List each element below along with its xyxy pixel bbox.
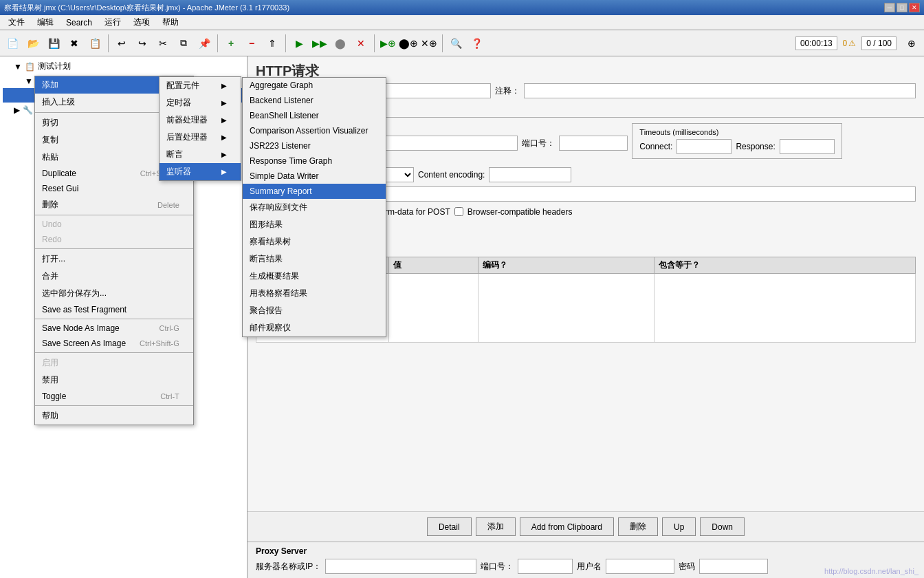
save-button[interactable]: 💾: [44, 34, 63, 53]
ctx-open[interactable]: 打开...: [35, 250, 193, 268]
sep1: [108, 34, 109, 52]
menu-options[interactable]: 选项: [128, 15, 155, 30]
ctx-reset-gui[interactable]: Reset Gui: [35, 181, 193, 196]
undo-button[interactable]: ↩: [112, 34, 131, 53]
submenu-add-preprocessor[interactable]: 前器处理器 ▶: [160, 111, 241, 129]
listener-comparison[interactable]: Comparison Assertion Visualizer: [243, 123, 386, 138]
ctx-save-node-image[interactable]: Save Node As Image Ctrl-G: [35, 321, 193, 336]
delete-button[interactable]: 删除: [618, 517, 658, 536]
menu-file[interactable]: 文件: [3, 15, 30, 30]
paste-button[interactable]: 📌: [195, 34, 214, 53]
menu-bar: 文件 编辑 Search 运行 选项 帮助: [0, 15, 924, 30]
ctx-help[interactable]: 帮助: [35, 407, 193, 425]
ctx-save-screen-image[interactable]: Save Screen As Image Ctrl+Shift-G: [35, 336, 193, 351]
menu-help[interactable]: 帮助: [157, 15, 184, 30]
saveas-button[interactable]: 📋: [85, 34, 104, 53]
menu-search[interactable]: Search: [60, 17, 98, 29]
counter-display: 0 / 100: [861, 36, 896, 50]
remote-stop-now-button[interactable]: ✕⊕: [419, 34, 439, 53]
listener-beanshell[interactable]: BeanShell Listener: [243, 108, 386, 123]
tree-item-label: 测试计划: [38, 61, 71, 72]
submenu-add-config[interactable]: 配置元件 ▶: [160, 77, 241, 94]
ctx-sep6: [35, 405, 193, 406]
ctx-merge[interactable]: 合并: [35, 268, 193, 285]
proxy-username-input[interactable]: [606, 559, 674, 574]
new-button[interactable]: 📄: [3, 34, 22, 53]
listener-aggregate-graph[interactable]: Aggregate Graph: [243, 78, 386, 93]
ctx-toggle[interactable]: Toggle Ctrl-T: [35, 389, 193, 404]
listener-summary-report[interactable]: Summary Report: [243, 184, 386, 199]
up-button[interactable]: ⇑: [263, 34, 282, 53]
close-file-button[interactable]: ✖: [65, 34, 84, 53]
help-button[interactable]: ❓: [467, 34, 486, 53]
bottom-buttons: Detail 添加 Add from Clipboard 删除 Up Down: [248, 511, 924, 542]
cut-button[interactable]: ✂: [153, 34, 173, 53]
listener-save-response[interactable]: 保存响应到文件: [243, 199, 386, 216]
remote-run-button[interactable]: ▶⊕: [378, 34, 397, 53]
submenu-add-listener[interactable]: 监听器 ▶: [160, 163, 241, 180]
port-input[interactable]: [559, 136, 628, 151]
counter-button[interactable]: ⊕: [902, 34, 921, 53]
minimize-button[interactable]: ─: [884, 3, 895, 12]
ctx-delete[interactable]: 删除 Delete: [35, 196, 193, 213]
toolbar-right: 00:00:13 0 ⚠ 0 / 100 ⊕: [795, 34, 921, 53]
ctx-sep2: [35, 215, 193, 215]
run-all-button[interactable]: ▶▶: [310, 34, 329, 53]
stop-button[interactable]: ⬤: [331, 34, 350, 53]
menu-edit[interactable]: 编辑: [32, 15, 59, 30]
ctx-disable[interactable]: 禁用: [35, 372, 193, 389]
maximize-button[interactable]: □: [896, 3, 908, 12]
expand-icon: ▼: [14, 62, 22, 72]
ctx-add-wrapper: 添加 ▶ 配置元件 ▶ 定时器 ▶ 前器处理器 ▶: [35, 76, 193, 94]
submenu-add-timer[interactable]: 定时器 ▶: [160, 94, 241, 111]
expand-icon: ▼: [25, 76, 33, 86]
connect-input[interactable]: [676, 139, 732, 154]
listener-mail-viewer[interactable]: 邮件观察仪: [243, 319, 386, 336]
sep5: [442, 34, 443, 52]
stop-now-button[interactable]: ✕: [351, 34, 371, 53]
encoding-input[interactable]: [489, 167, 571, 182]
tree-item-test-plan[interactable]: ▼ 📋 测试计划: [3, 59, 244, 74]
template-button[interactable]: 🔍: [446, 34, 465, 53]
copy-button[interactable]: ⧉: [174, 34, 193, 53]
listener-simple-writer[interactable]: Simple Data Writer: [243, 169, 386, 184]
listener-aggregate-report[interactable]: 聚合报告: [243, 302, 386, 319]
plan-icon: 📋: [25, 62, 35, 72]
listener-view-results-tree[interactable]: 察看结果树: [243, 233, 386, 250]
remote-stop-button[interactable]: ⬤⊕: [399, 34, 418, 53]
listener-backend[interactable]: Backend Listener: [243, 93, 386, 108]
response-label: Response:: [736, 142, 775, 151]
submenu-listener: Aggregate Graph Backend Listener BeanShe…: [242, 77, 386, 337]
ctx-save-part[interactable]: 选中部分保存为...: [35, 285, 193, 302]
listener-response-time[interactable]: Response Time Graph: [243, 153, 386, 169]
ctx-save-fragment[interactable]: Save as Test Fragment: [35, 302, 193, 317]
listener-graph-results[interactable]: 图形结果: [243, 216, 386, 233]
detail-button[interactable]: Detail: [427, 517, 472, 536]
listener-assertion-results[interactable]: 断言结果: [243, 250, 386, 268]
submenu-add-postprocessor[interactable]: 后置处理器 ▶: [160, 129, 241, 146]
menu-run[interactable]: 运行: [99, 15, 126, 30]
browser-compat-checkbox[interactable]: [454, 207, 463, 216]
submenu-add-assertion[interactable]: 断言 ▶: [160, 146, 241, 163]
remove-button[interactable]: −: [242, 34, 261, 53]
listener-table-results[interactable]: 用表格察看结果: [243, 285, 386, 302]
comments-input[interactable]: [524, 83, 916, 98]
add-button[interactable]: +: [221, 34, 241, 53]
run-button[interactable]: ▶: [289, 34, 309, 53]
close-button[interactable]: ✕: [909, 3, 920, 12]
add-button[interactable]: 添加: [476, 517, 516, 536]
down-button[interactable]: Down: [700, 517, 745, 536]
proxy-password-input[interactable]: [699, 559, 768, 574]
proxy-port-input[interactable]: [518, 559, 573, 574]
listener-generate-summary[interactable]: 生成概要结果: [243, 268, 386, 285]
redo-button[interactable]: ↪: [133, 34, 152, 53]
add-from-clipboard-button[interactable]: Add from Clipboard: [520, 517, 614, 536]
submenu-add: 配置元件 ▶ 定时器 ▶ 前器处理器 ▶ 后置处理器 ▶: [159, 76, 241, 181]
sep4: [374, 34, 375, 52]
up-button[interactable]: Up: [662, 517, 696, 536]
listener-jsr223[interactable]: JSR223 Listener: [243, 138, 386, 153]
context-menu: 添加 ▶ 配置元件 ▶ 定时器 ▶ 前器处理器 ▶: [34, 76, 194, 425]
response-input[interactable]: [780, 139, 835, 154]
open-button[interactable]: 📂: [23, 34, 43, 53]
proxy-server-input[interactable]: [325, 559, 476, 574]
